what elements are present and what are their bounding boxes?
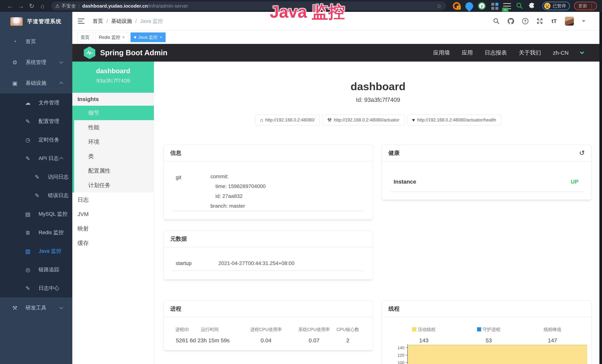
help-icon[interactable]: ? (522, 17, 529, 25)
sidebar-item-dev-tools[interactable]: ⚒ 研发工具 (0, 298, 72, 318)
sba-insights-group: 细节 性能 环境 类 配置属性 计划任务 (72, 106, 154, 193)
sba-menu-environment[interactable]: 环境 (74, 135, 154, 149)
monitor-icon: ▣ (11, 80, 19, 86)
extensions-puzzle-icon[interactable] (528, 2, 536, 10)
sidebar-item-scheduled-tasks[interactable]: ◷ 定时任务 (0, 130, 72, 149)
health-instance-label[interactable]: Instance (394, 179, 416, 185)
tab-java-monitor[interactable]: Java 监控 × (130, 32, 166, 42)
tab-close-icon[interactable]: × (160, 35, 162, 40)
sba-menu-logs[interactable]: 日志 (72, 193, 154, 207)
col-label: 进程ID (175, 327, 189, 332)
hamburger-menu-icon[interactable] (78, 19, 85, 24)
sba-brand-title[interactable]: Spring Boot Admin (100, 49, 167, 57)
breadcrumb-infrastructure[interactable]: 基础设施 (111, 18, 132, 25)
extension-orange-icon[interactable]: 1 (453, 2, 461, 10)
sidebar-item-file-management[interactable]: ☁ 文件管理 (0, 94, 72, 112)
tab-close-icon[interactable]: × (122, 35, 125, 40)
sba-nav-applications[interactable]: 应用 (462, 49, 473, 57)
sba-menu-config-props[interactable]: 配置属性 (74, 163, 154, 178)
gauge-icon: ◔ (11, 38, 19, 45)
col-label: 进程CPU使用率 (250, 327, 282, 332)
sidebar-item-label: 基础设施 (26, 80, 46, 86)
browser-home-icon[interactable]: ⌂ (37, 2, 48, 10)
database-icon: ▤ (24, 211, 32, 217)
sidebar-item-api-logs[interactable]: ✎ API 日志 (0, 149, 72, 168)
browser-update-button[interactable]: 更新 ⋮ (574, 2, 597, 10)
tag-tabs-bar: 首页 Redis 监控 × Java 监控 × (72, 31, 602, 44)
y-axis-tick-120: 120 (391, 353, 404, 358)
sidebar-item-system-management[interactable]: ⚙ 系统管理 (0, 52, 72, 73)
health-url-button[interactable]: ♥ http://192.168.0.2:48080/actuator/heal… (407, 115, 501, 125)
legend-value: 53 (477, 337, 500, 344)
sba-menu-details[interactable]: 细节 (74, 106, 154, 120)
user-avatar[interactable] (565, 17, 574, 26)
gear-icon: ⚙ (11, 59, 19, 66)
cloud-upload-icon: ☁ (24, 100, 32, 106)
sba-nav-about[interactable]: 关于我们 (519, 49, 541, 57)
search-icon[interactable] (493, 17, 500, 25)
fullscreen-icon[interactable] (536, 17, 543, 25)
sba-instance-header[interactable]: dashboard 93a3fc7f7409 (72, 62, 154, 93)
sidebar-item-redis-monitor[interactable]: ≣ Redis 监控 (0, 223, 72, 242)
browser-scrollbar[interactable] (599, 12, 602, 364)
browser-reload-icon[interactable]: ↻ (26, 2, 37, 10)
sba-main-content: dashboard Id: 93a3fc7f7409 ⌂ http://192.… (154, 62, 602, 364)
process-cpu-col: 进程CPU使用率 0.04 (250, 327, 282, 344)
service-url-button[interactable]: ⌂ http://192.168.0.2:48080/ (255, 115, 320, 125)
app-logo-row[interactable]: 芋道管理系统 (0, 12, 72, 31)
sba-menu-classes[interactable]: 类 (74, 149, 154, 163)
process-card-title: 进程 (163, 300, 373, 317)
extension-list-icon[interactable]: on (503, 2, 511, 10)
browser-forward-icon[interactable]: → (16, 2, 26, 10)
clock-icon: ◷ (24, 137, 32, 143)
extension-y-icon[interactable]: y (478, 2, 486, 10)
heart-pulse-icon: ♥ (412, 117, 415, 123)
sba-menu-caches[interactable]: 缓存 (72, 236, 154, 250)
bookmark-star-icon[interactable]: ☆ (437, 3, 442, 9)
tab-home[interactable]: 首页 (77, 32, 93, 42)
sidebar-item-label: MySQL 监控 (39, 211, 67, 217)
sidebar-item-mysql-monitor[interactable]: ▤ MySQL 监控 (0, 205, 72, 223)
sidebar-item-config-management[interactable]: ✎ 配置管理 (0, 112, 72, 130)
sidebar-item-label: 定时任务 (39, 136, 59, 143)
sba-menu-scheduled-tasks[interactable]: 计划任务 (74, 178, 154, 193)
extension-grid-icon[interactable] (491, 2, 498, 10)
sidebar-item-access-logs[interactable]: ✎ 访问日志 (0, 168, 72, 186)
language-caret-icon[interactable] (580, 50, 584, 54)
user-menu-caret-icon[interactable] (582, 20, 585, 22)
history-icon[interactable]: ↺ (579, 149, 585, 157)
info-card: 信息 git commit: time: 1596289704000 id: 2… (163, 145, 373, 220)
browser-menu-icon[interactable]: ⋮ (589, 3, 594, 9)
sidebar-item-infrastructure[interactable]: ▣ 基础设施 (0, 73, 72, 94)
sba-menu-mappings[interactable]: 映射 (72, 221, 154, 236)
sba-nav-journal[interactable]: 日志报表 (485, 49, 507, 57)
browser-profile-button[interactable]: 已暂停 (542, 2, 570, 10)
breadcrumb-current: Java 监控 (140, 18, 163, 25)
tab-redis-monitor[interactable]: Redis 监控 × (95, 32, 128, 42)
y-axis-tick-100: 100 (391, 360, 404, 364)
sidebar-item-home[interactable]: ◔ 首页 (0, 31, 72, 52)
actuator-url-button[interactable]: ⚒ http://192.168.0.2:48080/actuator (322, 115, 404, 125)
font-size-icon[interactable]: tT (550, 17, 558, 25)
sidebar-item-label: API 日志 (39, 155, 59, 162)
instance-id-line: Id: 93a3fc7f7409 (154, 96, 602, 103)
extension-pin-icon[interactable] (464, 0, 475, 11)
cpu-cores-col: CPU核心数 2 (336, 327, 359, 344)
github-icon[interactable] (507, 17, 515, 25)
extension-badge: 1 (457, 6, 461, 10)
extension-magnifier-icon[interactable] (516, 2, 524, 10)
sba-logo-icon[interactable] (84, 47, 95, 59)
tab-label: 首页 (81, 34, 90, 40)
metadata-card-title: 元数据 (163, 231, 373, 247)
sidebar-item-java-monitor[interactable]: ▥ Java 监控 (0, 242, 72, 260)
breadcrumb-home[interactable]: 首页 (93, 18, 103, 25)
sidebar-item-tracing[interactable]: ◎ 链路追踪 (0, 260, 72, 279)
browser-back-icon[interactable]: ← (5, 2, 16, 10)
sba-language-select[interactable]: zh-CN (553, 50, 569, 56)
sidebar-item-log-center[interactable]: ✎ 日志中心 (0, 279, 72, 298)
sidebar-item-error-logs[interactable]: ✎ 错误日志 (0, 186, 72, 205)
sba-nav-wallboard[interactable]: 应用墙 (433, 49, 450, 57)
sba-menu-metrics[interactable]: 性能 (74, 120, 154, 135)
address-bar[interactable]: ⚠ 不安全 | dashboard.yudao.iocoder.cn /infr… (51, 1, 446, 11)
sba-menu-jvm[interactable]: JVM (72, 207, 154, 221)
